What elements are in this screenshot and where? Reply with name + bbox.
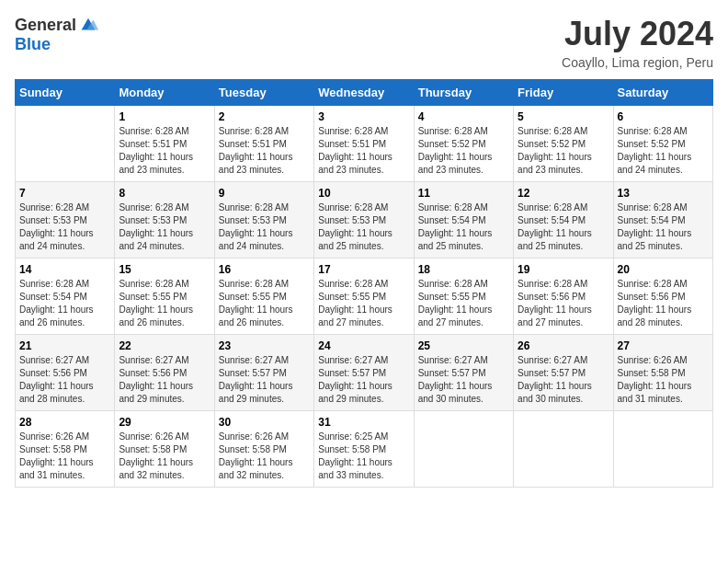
day-info: Sunrise: 6:28 AMSunset: 5:54 PMDaylight:… <box>618 201 709 253</box>
calendar-cell: 8Sunrise: 6:28 AMSunset: 5:53 PMDaylight… <box>115 182 214 259</box>
calendar-cell: 7Sunrise: 6:28 AMSunset: 5:53 PMDaylight… <box>16 182 115 259</box>
day-info: Sunrise: 6:27 AMSunset: 5:57 PMDaylight:… <box>318 354 409 406</box>
day-info: Sunrise: 6:28 AMSunset: 5:51 PMDaylight:… <box>318 125 409 177</box>
logo-blue: Blue <box>15 35 51 54</box>
day-number: 27 <box>618 339 709 352</box>
day-number: 28 <box>19 416 110 429</box>
calendar-cell: 25Sunrise: 6:27 AMSunset: 5:57 PMDayligh… <box>414 335 513 411</box>
calendar-cell: 30Sunrise: 6:26 AMSunset: 5:58 PMDayligh… <box>214 411 313 488</box>
calendar-cell: 31Sunrise: 6:25 AMSunset: 5:58 PMDayligh… <box>314 411 414 488</box>
calendar-header: SundayMondayTuesdayWednesdayThursdayFrid… <box>16 80 713 106</box>
day-number: 2 <box>219 110 310 123</box>
day-info: Sunrise: 6:27 AMSunset: 5:56 PMDaylight:… <box>119 354 210 406</box>
calendar-cell: 28Sunrise: 6:26 AMSunset: 5:58 PMDayligh… <box>16 411 115 488</box>
day-number: 13 <box>618 187 709 200</box>
calendar-week-row: 1Sunrise: 6:28 AMSunset: 5:51 PMDaylight… <box>16 106 713 182</box>
day-info: Sunrise: 6:26 AMSunset: 5:58 PMDaylight:… <box>19 431 110 482</box>
day-number: 4 <box>418 110 509 123</box>
calendar-cell: 18Sunrise: 6:28 AMSunset: 5:55 PMDayligh… <box>414 259 513 335</box>
calendar-cell: 2Sunrise: 6:28 AMSunset: 5:51 PMDaylight… <box>214 106 313 182</box>
calendar-cell: 11Sunrise: 6:28 AMSunset: 5:54 PMDayligh… <box>414 182 513 259</box>
day-number: 11 <box>418 187 509 200</box>
day-info: Sunrise: 6:27 AMSunset: 5:57 PMDaylight:… <box>219 354 310 406</box>
day-info: Sunrise: 6:28 AMSunset: 5:53 PMDaylight:… <box>219 201 310 253</box>
day-number: 19 <box>518 263 609 276</box>
day-number: 21 <box>19 339 110 352</box>
day-info: Sunrise: 6:27 AMSunset: 5:57 PMDaylight:… <box>518 354 609 406</box>
day-number: 26 <box>518 339 609 352</box>
day-info: Sunrise: 6:25 AMSunset: 5:58 PMDaylight:… <box>318 431 409 482</box>
calendar-cell: 15Sunrise: 6:28 AMSunset: 5:55 PMDayligh… <box>115 259 214 335</box>
day-info: Sunrise: 6:28 AMSunset: 5:54 PMDaylight:… <box>518 201 609 253</box>
calendar-table: SundayMondayTuesdayWednesdayThursdayFrid… <box>15 79 713 488</box>
weekday-header-friday: Friday <box>514 80 613 106</box>
calendar-week-row: 28Sunrise: 6:26 AMSunset: 5:58 PMDayligh… <box>16 411 713 488</box>
calendar-cell: 6Sunrise: 6:28 AMSunset: 5:52 PMDaylight… <box>613 106 712 182</box>
title-block: July 2024 Coayllo, Lima region, Peru <box>562 15 713 70</box>
calendar-cell: 16Sunrise: 6:28 AMSunset: 5:55 PMDayligh… <box>214 259 313 335</box>
day-number: 6 <box>618 110 709 123</box>
day-number: 29 <box>119 416 210 429</box>
day-info: Sunrise: 6:28 AMSunset: 5:53 PMDaylight:… <box>119 201 210 253</box>
day-info: Sunrise: 6:28 AMSunset: 5:53 PMDaylight:… <box>19 201 110 253</box>
day-info: Sunrise: 6:26 AMSunset: 5:58 PMDaylight:… <box>618 354 709 406</box>
calendar-cell: 29Sunrise: 6:26 AMSunset: 5:58 PMDayligh… <box>115 411 214 488</box>
calendar-cell: 14Sunrise: 6:28 AMSunset: 5:54 PMDayligh… <box>16 259 115 335</box>
month-title: July 2024 <box>562 15 713 53</box>
day-number: 12 <box>518 187 609 200</box>
weekday-header-monday: Monday <box>115 80 214 106</box>
calendar-cell <box>613 411 712 488</box>
day-number: 15 <box>119 263 210 276</box>
calendar-week-row: 21Sunrise: 6:27 AMSunset: 5:56 PMDayligh… <box>16 335 713 411</box>
day-number: 16 <box>219 263 310 276</box>
weekday-header-row: SundayMondayTuesdayWednesdayThursdayFrid… <box>16 80 713 106</box>
calendar-cell <box>414 411 513 488</box>
logo: General Blue <box>15 15 98 54</box>
logo-icon <box>78 15 98 35</box>
calendar-cell <box>16 106 115 182</box>
calendar-cell: 10Sunrise: 6:28 AMSunset: 5:53 PMDayligh… <box>314 182 414 259</box>
calendar-cell: 24Sunrise: 6:27 AMSunset: 5:57 PMDayligh… <box>314 335 414 411</box>
calendar-cell: 26Sunrise: 6:27 AMSunset: 5:57 PMDayligh… <box>514 335 613 411</box>
weekday-header-saturday: Saturday <box>613 80 712 106</box>
day-number: 7 <box>19 187 110 200</box>
calendar-cell: 17Sunrise: 6:28 AMSunset: 5:55 PMDayligh… <box>314 259 414 335</box>
day-info: Sunrise: 6:28 AMSunset: 5:54 PMDaylight:… <box>418 201 509 253</box>
day-info: Sunrise: 6:28 AMSunset: 5:53 PMDaylight:… <box>318 201 409 253</box>
day-info: Sunrise: 6:26 AMSunset: 5:58 PMDaylight:… <box>219 431 310 482</box>
day-number: 17 <box>318 263 409 276</box>
day-number: 24 <box>318 339 409 352</box>
calendar-week-row: 7Sunrise: 6:28 AMSunset: 5:53 PMDaylight… <box>16 182 713 259</box>
day-info: Sunrise: 6:28 AMSunset: 5:54 PMDaylight:… <box>19 278 110 329</box>
day-info: Sunrise: 6:27 AMSunset: 5:57 PMDaylight:… <box>418 354 509 406</box>
day-info: Sunrise: 6:27 AMSunset: 5:56 PMDaylight:… <box>19 354 110 406</box>
day-number: 10 <box>318 187 409 200</box>
day-info: Sunrise: 6:28 AMSunset: 5:51 PMDaylight:… <box>119 125 210 177</box>
logo-general: General <box>15 16 76 35</box>
calendar-cell: 21Sunrise: 6:27 AMSunset: 5:56 PMDayligh… <box>16 335 115 411</box>
calendar-cell: 1Sunrise: 6:28 AMSunset: 5:51 PMDaylight… <box>115 106 214 182</box>
calendar-cell: 23Sunrise: 6:27 AMSunset: 5:57 PMDayligh… <box>214 335 313 411</box>
day-info: Sunrise: 6:28 AMSunset: 5:55 PMDaylight:… <box>318 278 409 329</box>
calendar-cell: 19Sunrise: 6:28 AMSunset: 5:56 PMDayligh… <box>514 259 613 335</box>
page-header: General Blue July 2024 Coayllo, Lima reg… <box>15 15 713 70</box>
weekday-header-sunday: Sunday <box>16 80 115 106</box>
day-info: Sunrise: 6:28 AMSunset: 5:56 PMDaylight:… <box>618 278 709 329</box>
day-number: 14 <box>19 263 110 276</box>
weekday-header-wednesday: Wednesday <box>314 80 414 106</box>
calendar-cell <box>514 411 613 488</box>
day-number: 30 <box>219 416 310 429</box>
day-info: Sunrise: 6:28 AMSunset: 5:55 PMDaylight:… <box>418 278 509 329</box>
day-number: 20 <box>618 263 709 276</box>
day-number: 8 <box>119 187 210 200</box>
calendar-cell: 22Sunrise: 6:27 AMSunset: 5:56 PMDayligh… <box>115 335 214 411</box>
day-info: Sunrise: 6:28 AMSunset: 5:55 PMDaylight:… <box>219 278 310 329</box>
calendar-cell: 9Sunrise: 6:28 AMSunset: 5:53 PMDaylight… <box>214 182 313 259</box>
weekday-header-tuesday: Tuesday <box>214 80 313 106</box>
calendar-cell: 3Sunrise: 6:28 AMSunset: 5:51 PMDaylight… <box>314 106 414 182</box>
day-info: Sunrise: 6:28 AMSunset: 5:56 PMDaylight:… <box>518 278 609 329</box>
day-number: 3 <box>318 110 409 123</box>
day-number: 23 <box>219 339 310 352</box>
day-info: Sunrise: 6:28 AMSunset: 5:55 PMDaylight:… <box>119 278 210 329</box>
day-info: Sunrise: 6:28 AMSunset: 5:52 PMDaylight:… <box>418 125 509 177</box>
